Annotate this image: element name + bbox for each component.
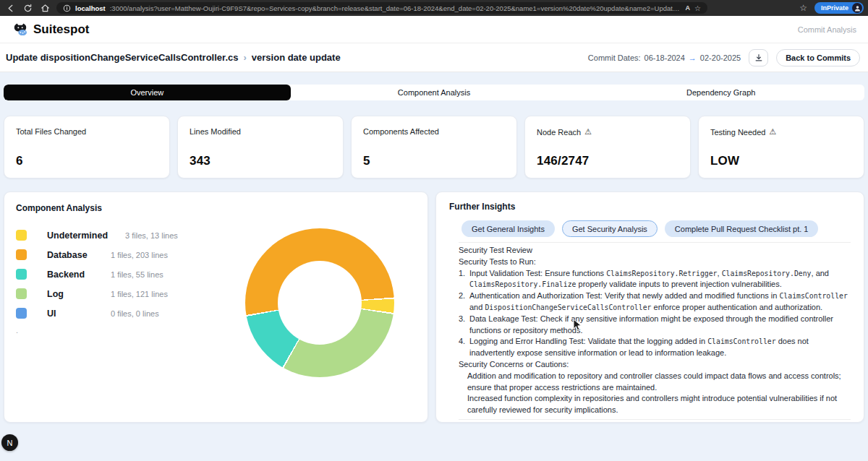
tab-list: OverviewComponent AnalysisDependency Gra…	[4, 85, 864, 100]
list-number: 1.	[459, 268, 465, 280]
insight-text: Security Test ReviewSecurity Tests to Ru…	[449, 245, 851, 416]
legend-item-log: Log1 files, 121 lines	[16, 288, 240, 299]
page-label: Commit Analysis	[798, 25, 856, 34]
stat-label: Lines Modified	[190, 127, 331, 136]
brand-logo: Suitespot	[12, 22, 89, 37]
inprivate-label: InPrivate	[821, 4, 848, 12]
insight-divider	[459, 242, 851, 243]
breadcrumb: Update dispositionChangeServiceCallsCont…	[6, 52, 341, 63]
stat-card-components-affected: Components Affected5	[351, 116, 517, 178]
chart-legend: Undetermined3 files, 13 linesDatabase1 f…	[16, 230, 240, 319]
back-to-commits-button[interactable]: Back to Commits	[776, 49, 860, 66]
legend-label: Log	[47, 289, 93, 299]
insight-button-get-general-insights[interactable]: Get General Insights	[461, 220, 555, 237]
insight-line: Addition and modification to repository …	[467, 371, 851, 394]
tab-component-analysis[interactable]: Component Analysis	[291, 85, 578, 100]
legend-label: Undetermined	[47, 231, 108, 241]
stat-card-lines-modified: Lines Modified343	[177, 116, 344, 178]
refresh-icon[interactable]	[22, 2, 33, 14]
insight-bottom-divider	[459, 419, 851, 420]
home-icon[interactable]	[39, 2, 51, 14]
legend-swatch	[16, 230, 27, 241]
legend-label: Backend	[47, 270, 93, 280]
stat-card-testing-needed: Testing Needed⚠LOW	[698, 116, 864, 178]
insight-list-item: 1.Input Validation Test: Ensure function…	[459, 268, 851, 291]
further-insights-panel: Further Insights Get General InsightsGet…	[435, 191, 864, 423]
nextjs-dev-badge[interactable]: N	[1, 434, 18, 451]
insight-line: Increased function complexity in reposit…	[467, 393, 851, 416]
donut-chart	[245, 228, 394, 377]
legend-detail: 0 files, 0 lines	[111, 309, 159, 318]
commit-title: Update dispositionChangeServiceCallsCont…	[6, 52, 238, 63]
stat-value: LOW	[710, 154, 852, 168]
legend-item-ui: UI0 files, 0 lines	[16, 308, 240, 319]
legend-swatch	[16, 288, 27, 299]
legend-swatch	[16, 249, 27, 260]
stat-label: Node Reach⚠	[537, 127, 678, 137]
list-number: 2.	[459, 290, 465, 302]
commit-dates: Commit Dates: 06-18-2024 → 02-20-2025	[588, 53, 741, 62]
site-info-icon[interactable]	[63, 4, 71, 12]
cat-logo-icon	[12, 23, 28, 36]
browser-toolbar: localhost:3000/analysis?user=Matthew-Ouj…	[0, 0, 868, 16]
download-icon	[754, 53, 763, 62]
url-host: localhost	[75, 4, 106, 12]
list-number: 3.	[459, 314, 465, 325]
component-analysis-title: Component Analysis	[16, 203, 416, 213]
insight-line: Security Concerns or Cautions:	[459, 359, 851, 371]
tab-overview[interactable]: Overview	[4, 85, 291, 100]
stat-value: 343	[190, 154, 331, 168]
brand-name: Suitespot	[33, 22, 89, 37]
tab-dependency-graph[interactable]: Dependency Graph	[577, 85, 864, 100]
legend-detail: 1 files, 55 lines	[111, 270, 163, 279]
inprivate-badge[interactable]: InPrivate	[814, 2, 864, 14]
commit-end-date: 02-20-2025	[700, 53, 741, 62]
stat-value: 6	[16, 154, 158, 168]
main-content: OverviewComponent AnalysisDependency Gra…	[0, 72, 868, 423]
insight-button-get-security-analysis[interactable]: Get Security Analysis	[562, 220, 658, 237]
insight-list-item: 4.Logging and Error Handling Test: Valid…	[459, 336, 851, 359]
legend-item-undetermined: Undetermined3 files, 13 lines	[16, 230, 240, 241]
back-icon[interactable]	[4, 2, 16, 14]
legend-item-backend: Backend1 files, 55 lines	[16, 269, 240, 280]
stat-value: 5	[363, 154, 505, 168]
warning-icon: ⚠	[769, 127, 776, 137]
read-aloud-icon[interactable]: A	[686, 4, 691, 12]
legend-detail: 3 files, 13 lines	[125, 231, 178, 240]
legend-label: UI	[47, 309, 93, 319]
stat-card-node-reach: Node Reach⚠146/2747	[524, 116, 691, 178]
commit-start-date: 06-18-2024	[644, 53, 685, 62]
insight-list-item: 3.Data Leakage Test: Check if any sensit…	[459, 314, 851, 337]
favorites-icon[interactable]: ☆	[799, 3, 807, 13]
insight-button-row: Get General InsightsGet Security Analysi…	[461, 220, 851, 237]
legend-detail: 1 files, 121 lines	[111, 290, 168, 298]
legend-item-database: Database1 files, 203 lines	[16, 249, 240, 260]
stats-row: Total Files Changed6Lines Modified343Com…	[4, 116, 864, 178]
further-insights-title: Further Insights	[449, 202, 851, 212]
legend-label: Database	[47, 250, 93, 260]
legend-detail: 1 files, 203 lines	[111, 251, 168, 259]
chevron-right-icon: ›	[243, 52, 246, 63]
list-number: 4.	[459, 336, 465, 348]
address-bar[interactable]: localhost:3000/analysis?user=Matthew-Ouj…	[56, 2, 707, 14]
insight-line: Security Tests to Run:	[459, 257, 851, 268]
insight-line: Security Test Review	[459, 245, 851, 257]
url-path: :3000/analysis?user=Matthew-Oujiri-C9F9S…	[110, 4, 681, 12]
commit-dates-label: Commit Dates:	[588, 53, 641, 62]
commit-header: Update dispositionChangeServiceCallsCont…	[0, 43, 868, 72]
legend-swatch	[16, 269, 27, 280]
stat-card-total-files-changed: Total Files Changed6	[4, 116, 170, 178]
stat-value: 146/2747	[537, 154, 678, 168]
legend-swatch	[16, 308, 27, 319]
stat-label: Total Files Changed	[16, 127, 158, 136]
bookmark-star-icon[interactable]: ☆	[694, 4, 701, 12]
component-analysis-panel: Component Analysis Undetermined3 files, …	[4, 191, 428, 423]
insight-button-complete-pull-request-checklist-pt-1[interactable]: Complete Pull Request Checklist pt. 1	[665, 220, 819, 237]
stat-label: Testing Needed⚠	[710, 127, 852, 137]
insight-list-item: 2.Authentication and Authorization Test:…	[459, 290, 851, 314]
download-button[interactable]	[749, 49, 768, 66]
commit-subtitle: version date update	[252, 52, 341, 63]
warning-icon: ⚠	[584, 127, 592, 137]
profile-avatar	[852, 3, 862, 13]
stat-label: Components Affected	[363, 127, 505, 136]
